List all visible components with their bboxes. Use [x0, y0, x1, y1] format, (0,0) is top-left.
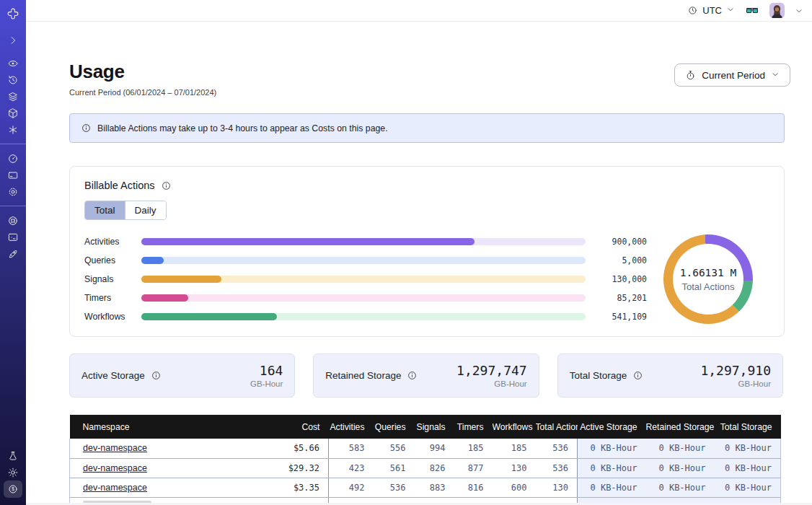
billable-actions-card: Billable Actions Total Daily Activities …	[69, 166, 785, 337]
col-workflows: Workflows	[493, 415, 536, 439]
total-storage-label: Total Storage	[570, 370, 627, 381]
nexus-asterisk-icon[interactable]	[2, 121, 24, 138]
col-activities: Activities	[329, 415, 374, 439]
info-icon[interactable]	[161, 180, 172, 191]
col-signals: Signals	[415, 415, 454, 439]
namespace-link[interactable]: dev-namespace	[83, 443, 147, 453]
chevron-down-icon	[771, 70, 780, 81]
console-icon[interactable]	[2, 229, 24, 245]
table-row: dev-namespace $5.66 583 556 994 185 185 …	[70, 439, 781, 458]
total-actions-value: 1.66131 M	[680, 267, 737, 278]
total-storage-value: 1,297,910	[700, 363, 771, 378]
credits-coin-icon[interactable]: $	[4, 480, 22, 498]
stopwatch-icon	[685, 70, 696, 81]
rocket-icon[interactable]	[2, 245, 24, 262]
bar-queries: Queries 5,000	[84, 251, 647, 270]
col-retained-storage: Retained Storage	[646, 415, 715, 439]
topbar: UTC	[26, 0, 812, 22]
namespace-usage-table: Namespace Cost Activities Queries Signal…	[69, 415, 781, 505]
sidebar-divider	[0, 206, 26, 206]
schedules-layers-icon[interactable]	[2, 88, 24, 105]
user-avatar[interactable]	[769, 3, 785, 18]
total-actions-donut: 1.66131 M Total Actions	[663, 234, 753, 324]
sidebar: $	[0, 0, 26, 505]
col-total-actions: Total Actions	[536, 415, 578, 439]
tab-total[interactable]: Total	[85, 201, 125, 219]
info-icon[interactable]	[632, 370, 643, 381]
retained-storage-card: Retained Storage 1,297,747 GB-Hour	[313, 354, 539, 398]
svg-text:$: $	[12, 486, 14, 491]
chevron-down-icon	[726, 5, 735, 16]
table-row: dev-namespace $3.35 492 536 883 816 600 …	[70, 478, 781, 497]
tab-daily[interactable]: Daily	[125, 201, 166, 219]
timezone-label: UTC	[702, 5, 722, 16]
table-header-row: Namespace Cost Activities Queries Signal…	[70, 415, 781, 439]
bar-activities: Activities 900,000	[84, 232, 647, 251]
retained-storage-label: Retained Storage	[325, 370, 401, 381]
retained-storage-unit: GB-Hour	[456, 379, 527, 388]
page-header: Usage Current Period (06/01/2024 – 07/01…	[69, 61, 790, 97]
col-namespace: Namespace	[70, 415, 268, 439]
account-chevron-down-icon[interactable]	[795, 6, 803, 15]
col-queries: Queries	[374, 415, 415, 439]
info-icon[interactable]	[151, 370, 162, 381]
history-clock-icon[interactable]	[2, 71, 24, 88]
info-banner: Billable Actions may take up to 3-4 hour…	[69, 113, 785, 143]
bar-signals: Signals 130,000	[84, 270, 647, 289]
table-row: dev-namespace $29.32 423 561 826 877 130…	[70, 458, 781, 478]
expand-sidebar-icon[interactable]	[2, 32, 24, 48]
period-selector-button[interactable]: Current Period	[674, 63, 790, 87]
info-icon	[81, 123, 92, 133]
view-toggle: Total Daily	[84, 201, 167, 220]
usage-gauge-icon[interactable]	[2, 150, 24, 167]
main-content: Usage Current Period (06/01/2024 – 07/01…	[26, 22, 812, 505]
billable-actions-title: Billable Actions	[84, 180, 155, 191]
settings-gear-icon[interactable]	[2, 183, 24, 200]
period-button-label: Current Period	[702, 70, 765, 81]
namespace-link[interactable]: dev-namespace	[83, 483, 147, 493]
col-total-storage: Total Storage	[715, 415, 781, 439]
clock-icon	[687, 5, 698, 16]
retained-storage-value: 1,297,747	[456, 363, 527, 378]
timezone-selector[interactable]: UTC	[687, 5, 735, 16]
col-timers: Timers	[454, 415, 493, 439]
labs-flask-icon[interactable]	[2, 447, 24, 464]
page-subtitle: Current Period (06/01/2024 – 07/01/2024)	[69, 88, 216, 97]
active-storage-label: Active Storage	[81, 370, 145, 381]
deployments-cube-icon[interactable]	[2, 105, 24, 121]
total-actions-label: Total Actions	[682, 281, 735, 292]
active-storage-card: Active Storage 164 GB-Hour	[69, 354, 295, 398]
active-storage-unit: GB-Hour	[250, 379, 283, 388]
bar-workflows: Workflows 541,109	[84, 307, 647, 326]
sidebar-divider	[0, 144, 26, 144]
temporal-logo-icon[interactable]	[2, 5, 24, 22]
info-icon[interactable]	[407, 370, 418, 381]
support-lifebuoy-icon[interactable]	[2, 212, 24, 229]
bar-timers: Timers 85,201	[84, 289, 647, 307]
goggles-icon[interactable]	[745, 4, 759, 18]
col-active-storage: Active Storage	[578, 415, 646, 439]
total-storage-unit: GB-Hour	[700, 379, 771, 388]
banner-text: Billable Actions may take up to 3-4 hour…	[97, 123, 388, 133]
active-storage-value: 164	[250, 363, 283, 378]
namespaces-eye-icon[interactable]	[2, 55, 24, 71]
storage-summary-row: Active Storage 164 GB-Hour Retained Stor…	[69, 354, 783, 398]
page-title: Usage	[69, 61, 216, 83]
total-storage-card: Total Storage 1,297,910 GB-Hour	[557, 354, 783, 398]
billable-actions-chart: Activities 900,000 Queries 5,000 Signals…	[84, 232, 769, 326]
billing-card-icon[interactable]	[2, 167, 24, 183]
namespace-link[interactable]: dev-namespace	[83, 463, 147, 473]
theme-sun-icon[interactable]	[2, 464, 24, 480]
col-cost: Cost	[268, 415, 329, 439]
